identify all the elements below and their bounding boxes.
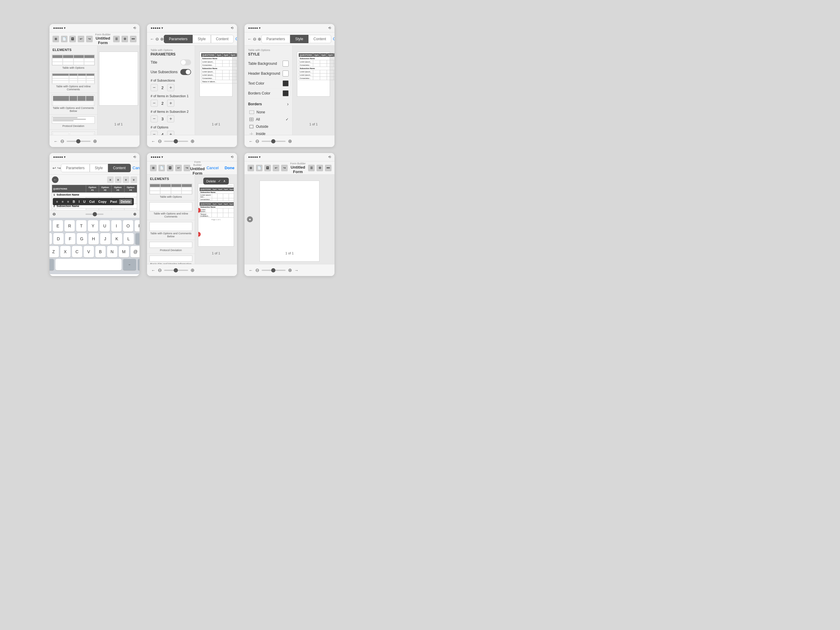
back-icon-1[interactable]: ← xyxy=(54,139,58,144)
tab-content[interactable]: Content xyxy=(211,35,234,43)
color-swatch-text[interactable] xyxy=(283,81,289,87)
kb-i[interactable]: I xyxy=(111,220,122,232)
kb-m[interactable]: M xyxy=(119,246,129,257)
color-swatch-borders[interactable] xyxy=(283,90,289,96)
zoom-out-3[interactable]: ⊖ xyxy=(253,36,256,41)
kb-r[interactable]: R xyxy=(65,220,75,232)
zoom-in-nav-3[interactable]: ⊕ xyxy=(288,138,292,144)
kb-p[interactable]: P xyxy=(135,220,139,232)
zoom-in-1[interactable]: ⊕ xyxy=(93,138,97,144)
back-icon-3[interactable]: ← xyxy=(248,36,252,41)
back-nav-6[interactable]: ← xyxy=(249,268,253,273)
fmt-cut[interactable]: Cut xyxy=(88,199,96,204)
popup-close[interactable]: ∧ xyxy=(223,179,226,183)
border-outside[interactable]: Outside xyxy=(249,123,289,130)
kb-b[interactable]: B xyxy=(95,246,106,257)
tab-parameters[interactable]: Parameters xyxy=(164,35,193,43)
element-5-4[interactable]: Protocol Deviation xyxy=(147,240,195,254)
nav-icon-gear-6[interactable]: ⚙ xyxy=(316,165,323,171)
kb-t[interactable]: T xyxy=(76,220,87,232)
kb-w[interactable]: W xyxy=(49,220,51,232)
nav-icon-doc[interactable]: 📄 xyxy=(61,36,68,42)
element-protocol[interactable]: Protocol Deviation xyxy=(49,115,97,129)
kb-g[interactable]: G xyxy=(77,233,87,245)
zoom-in-2[interactable]: ⊕ xyxy=(160,36,164,41)
fmt-align-right[interactable]: ≡ xyxy=(66,199,71,204)
zoom-slider-5[interactable] xyxy=(164,270,188,271)
nav-icon-grid-5[interactable]: ⊞ xyxy=(150,165,156,171)
forward-nav-6[interactable]: → xyxy=(294,268,298,273)
nav-icon-doc-6[interactable]: 📄 xyxy=(256,165,262,171)
border-inside[interactable]: Inside xyxy=(249,130,289,135)
tab-content-4[interactable]: Content xyxy=(108,164,131,172)
zoom-out-4[interactable]: ⊖ xyxy=(52,212,56,216)
kb-h[interactable]: H xyxy=(88,233,99,245)
content-ctrl-3[interactable]: ≡ xyxy=(123,177,129,183)
tab-style-3[interactable]: Style xyxy=(290,35,308,43)
element-5-3[interactable]: Table with Options and Comments Below xyxy=(147,220,195,240)
cancel-btn-5[interactable]: Cancel xyxy=(205,165,220,171)
kb-dash[interactable]: − xyxy=(123,259,136,270)
nav-icon-img[interactable]: 🖼 xyxy=(69,36,76,42)
toggle-subsections[interactable] xyxy=(180,69,191,75)
nav-icon-redo[interactable]: ↪ xyxy=(86,36,93,42)
back-icon-nav-2[interactable]: ← xyxy=(151,139,155,144)
stepper-plus-3[interactable]: + xyxy=(167,115,174,122)
stepper-plus-1[interactable]: + xyxy=(167,84,174,91)
kb-u[interactable]: U xyxy=(99,220,110,232)
tab-style[interactable]: Style xyxy=(193,35,211,43)
nav-icon-undo-6[interactable]: ↩ xyxy=(273,165,279,171)
fmt-align-left[interactable]: ≡ xyxy=(55,199,59,204)
tab-params-3[interactable]: Parameters xyxy=(261,35,290,43)
nav-icon-list-6[interactable]: ☰ xyxy=(308,165,315,171)
nav-icon-redo-6[interactable]: ↪ xyxy=(281,165,288,171)
zoom-in-5[interactable]: ⊕ xyxy=(191,267,194,273)
nav-icon-undo-5[interactable]: ↩ xyxy=(175,165,182,171)
zoom-out-2[interactable]: ⊖ xyxy=(155,36,159,41)
tab-content-3[interactable]: Content xyxy=(308,35,331,43)
zoom-slider-2[interactable] xyxy=(164,141,188,142)
nav-icon-img-5[interactable]: 🖼 xyxy=(167,165,174,171)
color-swatch-header-bg[interactable] xyxy=(283,71,289,76)
delete-btn-row2[interactable]: − xyxy=(198,232,201,237)
stepper-minus-1[interactable]: − xyxy=(151,84,158,91)
stepper-minus-2[interactable]: − xyxy=(151,99,158,107)
fmt-align-center[interactable]: ≡ xyxy=(60,199,65,204)
content-ctrl-1[interactable]: ≡ xyxy=(107,177,114,183)
kb-d[interactable]: D xyxy=(54,233,63,245)
zoom-out-5[interactable]: ⊖ xyxy=(158,267,162,273)
kb-o[interactable]: O xyxy=(123,220,133,232)
kb-z[interactable]: Z xyxy=(49,246,59,257)
zoom-in-nav-2[interactable]: ⊕ xyxy=(191,138,194,144)
stepper-plus-4[interactable]: + xyxy=(167,131,174,135)
stepper-minus-3[interactable]: − xyxy=(151,115,158,122)
zoom-in-3[interactable]: ⊕ xyxy=(258,36,261,41)
cancel-btn-2[interactable]: Cancel xyxy=(234,36,237,42)
element-table-options[interactable]: Table with Options xyxy=(49,53,97,71)
fmt-copy[interactable]: Copy xyxy=(97,199,108,204)
zoom-slider-6[interactable] xyxy=(262,270,286,271)
zoom-in-6[interactable]: ⊕ xyxy=(288,267,292,273)
kb-mic[interactable]: 🎤 xyxy=(49,259,54,270)
fmt-paste[interactable]: Past xyxy=(109,199,118,204)
border-all[interactable]: All ✓ xyxy=(249,116,289,123)
cancel-btn-3[interactable]: Cancel xyxy=(331,36,335,42)
kb-return[interactable]: return xyxy=(135,233,140,245)
fmt-bold[interactable]: B xyxy=(71,199,76,204)
zoom-slider-1[interactable] xyxy=(66,141,91,142)
kb-k[interactable]: K xyxy=(112,233,122,245)
stepper-minus-4[interactable]: − xyxy=(151,131,158,135)
nav-icon-doc-5[interactable]: 📄 xyxy=(158,165,165,171)
kb-j[interactable]: J xyxy=(100,233,111,245)
stepper-plus-2[interactable]: + xyxy=(167,99,174,107)
delete-label[interactable]: Delete xyxy=(207,179,216,183)
nav-icon-img-6[interactable]: 🖼 xyxy=(264,165,271,171)
zoom-out-6[interactable]: ⊖ xyxy=(255,267,259,273)
content-ctrl-2[interactable]: ≡ xyxy=(115,177,122,183)
kb-n[interactable]: N xyxy=(107,246,117,257)
kb-s[interactable]: S xyxy=(49,233,52,245)
element-table-comments[interactable]: Table with Options and Comments Below xyxy=(49,93,97,115)
sidebar-toggle-6[interactable]: ● xyxy=(247,216,253,222)
nav-icon-more-6[interactable]: ••• xyxy=(325,165,332,171)
zoom-out-nav-3[interactable]: ⊖ xyxy=(255,138,259,144)
